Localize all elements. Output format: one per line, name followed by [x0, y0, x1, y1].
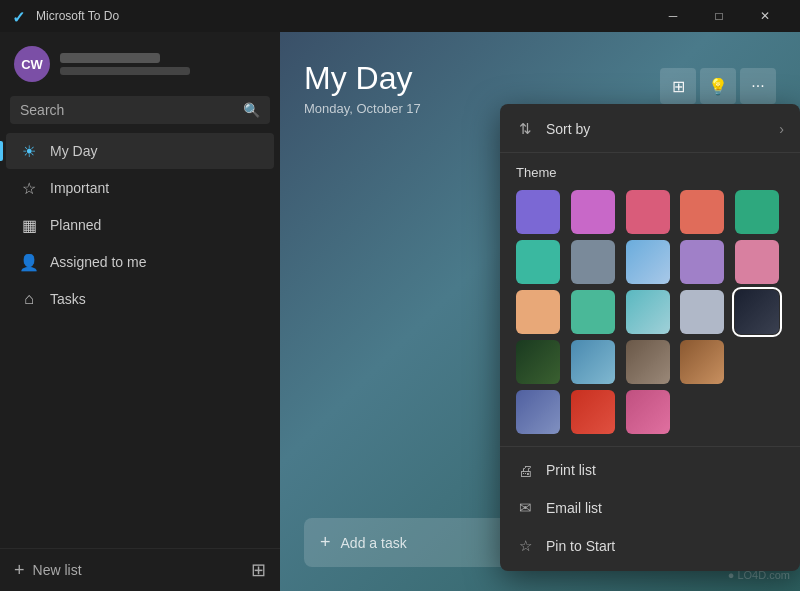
add-task-label: Add a task [341, 535, 407, 551]
color-swatch-pink2[interactable] [735, 240, 779, 284]
nav-label-assigned: Assigned to me [50, 254, 147, 270]
email-icon: ✉ [516, 499, 534, 517]
print-list-label: Print list [546, 462, 596, 478]
color-swatch-cyan[interactable] [626, 290, 670, 334]
list-add-icon[interactable]: ⊞ [251, 559, 266, 581]
sidebar-item-my-day[interactable]: ☀ My Day [6, 133, 274, 169]
color-swatch-sunset[interactable] [680, 340, 724, 384]
printer-icon: 🖨 [516, 461, 534, 479]
avatar[interactable]: CW [14, 46, 50, 82]
header-actions: ⊞ 💡 ··· [660, 68, 776, 104]
color-swatch-pink[interactable] [571, 190, 615, 234]
divider-2 [500, 446, 800, 447]
user-info [60, 53, 190, 75]
maximize-button[interactable]: □ [696, 0, 742, 32]
color-swatch-forest[interactable] [516, 340, 560, 384]
nav-label-planned: Planned [50, 217, 101, 233]
title-bar-left: ✓ Microsoft To Do [12, 8, 119, 24]
theme-color-grid [500, 186, 800, 442]
color-swatch-abstract[interactable] [626, 390, 670, 434]
sort-by-item[interactable]: ⇅ Sort by › [500, 110, 800, 148]
user-email [60, 67, 190, 75]
suggestion-button[interactable]: 💡 [700, 68, 736, 104]
sidebar-item-important[interactable]: ☆ Important [6, 170, 274, 206]
search-icon: 🔍 [243, 102, 260, 118]
dropdown-menu: ⇅ Sort by › Theme [500, 104, 800, 571]
pin-icon: ☆ [516, 537, 534, 555]
search-bar[interactable]: Search 🔍 [10, 96, 270, 124]
color-swatch-mountain[interactable] [626, 340, 670, 384]
app-body: CW Search 🔍 ☀ My Day ☆ Important ▦ Plann [0, 32, 800, 591]
color-swatch-orange[interactable] [680, 190, 724, 234]
layout-button[interactable]: ⊞ [660, 68, 696, 104]
window-controls: ─ □ ✕ [650, 0, 788, 32]
star-icon: ☆ [20, 179, 38, 197]
new-list-button[interactable]: + New list [14, 560, 82, 581]
minimize-button[interactable]: ─ [650, 0, 696, 32]
more-options-button[interactable]: ··· [740, 68, 776, 104]
color-swatch-rose[interactable] [626, 190, 670, 234]
new-list-label: New list [33, 562, 82, 578]
pin-to-start-item[interactable]: ☆ Pin to Start [500, 527, 800, 565]
color-swatch-teal[interactable] [735, 190, 779, 234]
theme-section-title: Theme [500, 157, 800, 186]
main-content: My Day Monday, October 17 ⊞ 💡 ··· Focus … [280, 32, 800, 591]
calendar-icon: ▦ [20, 216, 38, 234]
user-section: CW [0, 32, 280, 92]
sidebar-item-assigned[interactable]: 👤 Assigned to me [6, 244, 274, 280]
color-swatch-lighthouse[interactable] [516, 390, 560, 434]
add-task-plus-icon: + [320, 532, 331, 553]
sidebar-item-planned[interactable]: ▦ Planned [6, 207, 274, 243]
nav-label-important: Important [50, 180, 109, 196]
close-button[interactable]: ✕ [742, 0, 788, 32]
user-name [60, 53, 160, 63]
nav-label-my-day: My Day [50, 143, 97, 159]
print-list-item[interactable]: 🖨 Print list [500, 451, 800, 489]
color-swatch-purple[interactable] [516, 190, 560, 234]
email-list-item[interactable]: ✉ Email list [500, 489, 800, 527]
app-icon: ✓ [12, 8, 28, 24]
nav-label-tasks: Tasks [50, 291, 86, 307]
color-swatch-lavender[interactable] [680, 240, 724, 284]
chevron-right-icon: › [779, 121, 784, 137]
color-swatch-poppy[interactable] [571, 390, 615, 434]
divider-1 [500, 152, 800, 153]
search-label: Search [20, 102, 64, 118]
color-swatch-mint[interactable] [571, 290, 615, 334]
app-title: Microsoft To Do [36, 9, 119, 23]
sidebar-footer: + New list ⊞ [0, 548, 280, 591]
sidebar-nav: ☀ My Day ☆ Important ▦ Planned 👤 Assigne… [0, 132, 280, 548]
color-swatch-gray[interactable] [571, 240, 615, 284]
sun-icon: ☀ [20, 142, 38, 160]
color-swatch-blue[interactable] [626, 240, 670, 284]
color-swatch-silver[interactable] [680, 290, 724, 334]
plus-icon: + [14, 560, 25, 581]
color-swatch-peach[interactable] [516, 290, 560, 334]
sidebar: CW Search 🔍 ☀ My Day ☆ Important ▦ Plann [0, 32, 280, 591]
page-subtitle: Monday, October 17 [304, 101, 421, 116]
color-swatch-teal2[interactable] [516, 240, 560, 284]
sort-icon: ⇅ [516, 120, 534, 138]
page-title: My Day [304, 60, 421, 97]
main-title-area: My Day Monday, October 17 [304, 60, 421, 116]
color-swatch-beach[interactable] [571, 340, 615, 384]
pin-to-start-label: Pin to Start [546, 538, 615, 554]
title-bar: ✓ Microsoft To Do ─ □ ✕ [0, 0, 800, 32]
email-list-label: Email list [546, 500, 602, 516]
sort-by-label: Sort by [546, 121, 590, 137]
color-swatch-dark[interactable] [735, 290, 779, 334]
home-icon: ⌂ [20, 290, 38, 308]
sidebar-item-tasks[interactable]: ⌂ Tasks [6, 281, 274, 317]
person-icon: 👤 [20, 253, 38, 271]
